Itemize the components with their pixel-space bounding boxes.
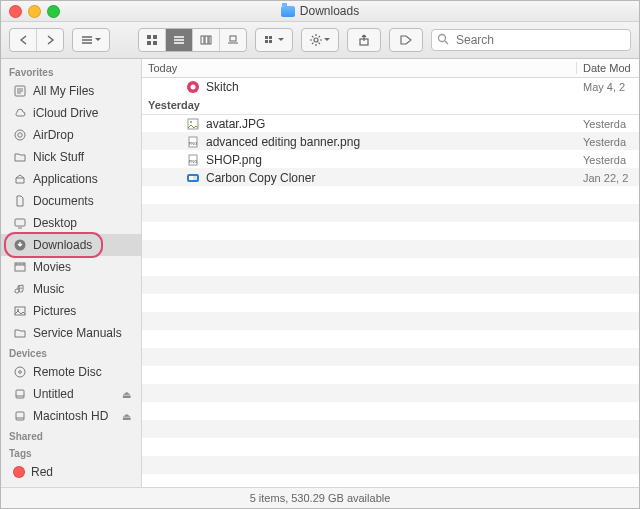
svg-rect-37	[193, 176, 197, 180]
documents-icon	[13, 194, 27, 208]
sidebar-item-movies[interactable]: Movies	[1, 256, 141, 278]
sidebar-item-service-manuals[interactable]: Service Manuals	[1, 322, 141, 344]
eject-icon[interactable]: ⏏	[122, 411, 131, 422]
chevron-right-icon	[46, 35, 55, 45]
sidebar-item-label: Red	[31, 465, 53, 479]
all-my-files-icon	[13, 84, 27, 98]
sidebar-item-label: Remote Disc	[33, 365, 102, 379]
file-row[interactable]: avatar.JPGYesterda	[142, 115, 639, 133]
svg-point-28	[191, 85, 196, 90]
sidebar: Favorites All My FilesiCloud DriveAirDro…	[1, 59, 142, 487]
folder-icon	[13, 326, 27, 340]
search-input[interactable]	[431, 29, 631, 51]
sidebar-tag-red[interactable]: Red	[1, 461, 141, 483]
file-name: advanced editing banner.png	[206, 135, 577, 149]
file-row[interactable]: PNGadvanced editing banner.pngYesterda	[142, 133, 639, 151]
sidebar-item-label: Desktop	[33, 216, 77, 230]
sidebar-item-music[interactable]: Music	[1, 278, 141, 300]
sidebar-item-nick-stuff[interactable]: Nick Stuff	[1, 146, 141, 168]
eject-icon[interactable]: ⏏	[122, 389, 131, 400]
list-icon	[173, 35, 185, 45]
svg-rect-2	[147, 41, 151, 45]
sidebar-item-label: AirDrop	[33, 128, 74, 142]
file-list[interactable]: SkitchMay 4, 2Yesterdayavatar.JPGYesterd…	[142, 78, 639, 487]
sidebar-item-macintosh-hd[interactable]: Macintosh HD⏏	[1, 405, 141, 427]
disk-icon	[13, 409, 27, 423]
sidebar-item-all-my-files[interactable]: All My Files	[1, 80, 141, 102]
sidebar-item-label: Pictures	[33, 304, 76, 318]
icon-view-button[interactable]	[139, 29, 166, 51]
sidebar-section-tags: Tags	[1, 444, 141, 461]
search-icon	[437, 33, 449, 45]
sidebar-item-icloud-drive[interactable]: iCloud Drive	[1, 102, 141, 124]
file-row[interactable]: SkitchMay 4, 2	[142, 78, 639, 96]
movies-icon	[13, 260, 27, 274]
sidebar-item-pictures[interactable]: Pictures	[1, 300, 141, 322]
share-button[interactable]	[347, 28, 381, 52]
file-row[interactable]: PNGSHOP.pngYesterda	[142, 151, 639, 169]
file-name: Carbon Copy Cloner	[206, 171, 577, 185]
coverflow-view-button[interactable]	[220, 29, 246, 51]
column-view-button[interactable]	[193, 29, 220, 51]
file-date: Jan 22, 2	[577, 172, 639, 184]
status-text: 5 items, 530.29 GB available	[250, 492, 391, 504]
sidebar-item-label: Untitled	[33, 387, 74, 401]
svg-rect-1	[153, 35, 157, 39]
group-dropdown[interactable]	[72, 28, 110, 52]
svg-rect-11	[269, 40, 272, 43]
chevron-down-icon	[278, 38, 284, 42]
file-date: Yesterda	[577, 154, 639, 166]
file-row[interactable]: Carbon Copy ClonerJan 22, 2	[142, 169, 639, 187]
folder-icon	[13, 150, 27, 164]
sidebar-item-desktop[interactable]: Desktop	[1, 212, 141, 234]
sidebar-item-label: Documents	[33, 194, 94, 208]
columns-icon	[200, 35, 212, 45]
sidebar-item-label: Music	[33, 282, 64, 296]
sidebar-item-applications[interactable]: Applications	[1, 168, 141, 190]
column-header-name[interactable]: Today	[142, 62, 577, 74]
ccc-icon	[186, 171, 200, 185]
share-icon	[359, 34, 369, 46]
list-lines-icon	[81, 35, 93, 45]
finder-window: Downloads	[0, 0, 640, 509]
svg-point-12	[314, 38, 318, 42]
action-dropdown[interactable]	[301, 28, 339, 52]
skitch-icon	[186, 80, 200, 94]
tags-button[interactable]	[389, 28, 423, 52]
sidebar-item-label: Movies	[33, 260, 71, 274]
forward-button[interactable]	[37, 29, 63, 51]
back-button[interactable]	[10, 29, 37, 51]
svg-rect-5	[205, 36, 208, 44]
search-field[interactable]	[431, 29, 631, 51]
sidebar-item-remote-disc[interactable]: Remote Disc	[1, 361, 141, 383]
sidebar-item-airdrop[interactable]: AirDrop	[1, 124, 141, 146]
gear-icon	[310, 34, 322, 46]
sidebar-item-documents[interactable]: Documents	[1, 190, 141, 212]
desktop-icon	[13, 216, 27, 230]
sidebar-section-favorites: Favorites	[1, 63, 141, 80]
svg-rect-8	[265, 36, 268, 39]
close-window-button[interactable]	[9, 5, 22, 18]
window-body: Favorites All My FilesiCloud DriveAirDro…	[1, 59, 639, 487]
sidebar-item-untitled[interactable]: Untitled⏏	[1, 383, 141, 405]
sidebar-section-devices: Devices	[1, 344, 141, 361]
svg-rect-4	[201, 36, 204, 44]
sidebar-item-downloads[interactable]: Downloads	[1, 234, 141, 256]
minimize-window-button[interactable]	[28, 5, 41, 18]
disk-icon	[13, 387, 27, 401]
zoom-window-button[interactable]	[47, 5, 60, 18]
column-header-date[interactable]: Date Mod	[577, 62, 639, 74]
pictures-icon	[13, 304, 27, 318]
folder-icon	[281, 6, 295, 17]
svg-rect-6	[209, 36, 211, 44]
toolbar	[1, 22, 639, 59]
titlebar: Downloads	[1, 1, 639, 22]
svg-text:PNG: PNG	[189, 141, 198, 146]
chevron-down-icon	[95, 38, 101, 42]
tag-color-icon	[13, 466, 25, 478]
file-list-pane: Today Date Mod SkitchMay 4, 2Yesterdayav…	[142, 59, 639, 487]
list-view-button[interactable]	[166, 29, 193, 51]
svg-point-17	[18, 133, 22, 137]
arrange-dropdown[interactable]	[255, 28, 293, 52]
window-title: Downloads	[1, 4, 639, 18]
